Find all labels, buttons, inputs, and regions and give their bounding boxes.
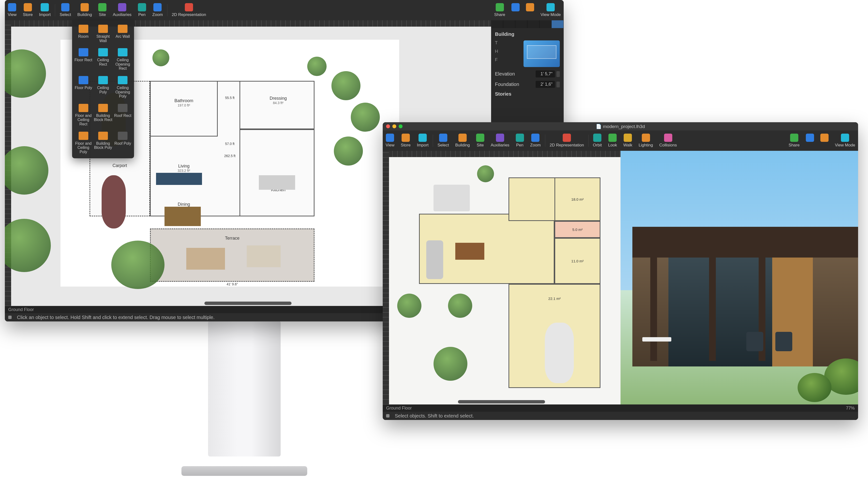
app-window-secondary: 📄 modern_project.lh3d ViewStoreImport Se…	[383, 122, 858, 420]
vertical-ruler	[383, 151, 389, 404]
status-text: Select objects. Shift to extend select.	[395, 413, 474, 419]
tool-floor-rect[interactable]: Floor Rect	[74, 48, 93, 71]
w2-walk-button[interactable]: Walk	[623, 134, 632, 148]
tool-floor-poly[interactable]: Floor Poly	[74, 76, 93, 99]
3d-view-pane[interactable]	[621, 151, 858, 404]
w2-building-button[interactable]: Building	[455, 134, 470, 148]
tool-ceiling-opening-poly[interactable]: Ceiling Opening Poly	[113, 76, 132, 99]
w1-import-button[interactable]: Import	[39, 3, 51, 17]
foundation-stepper[interactable]	[556, 82, 560, 88]
w1-view-mode-button[interactable]: View Mode	[540, 3, 561, 17]
cursor-icon	[8, 316, 12, 319]
tool-floor-and-ceiling-poly[interactable]: Floor and Ceiling Poly	[74, 132, 93, 154]
w1-select-button[interactable]: Select	[60, 3, 71, 17]
w1-item-1-button[interactable]	[512, 3, 520, 17]
w1-share-button[interactable]: Share	[494, 3, 505, 17]
w1-store-button[interactable]: Store	[23, 3, 33, 17]
building-tools-popover: RoomStraight WallArc WallFloor RectCeili…	[72, 20, 134, 158]
w2-view-mode-button[interactable]: View Mode	[835, 134, 855, 148]
2d-representation-button[interactable]: 2D Representation	[550, 134, 584, 148]
w1-item-2-button[interactable]	[526, 3, 534, 17]
document-title: modern_project.lh3d	[603, 124, 645, 129]
w1-auxiliaries-button[interactable]: Auxiliaries	[113, 3, 131, 17]
w2-look-button[interactable]: Look	[608, 134, 617, 148]
elevation-label: Elevation	[495, 71, 515, 77]
cursor-icon	[386, 414, 390, 418]
w2-collisions-button[interactable]: Collisions	[659, 134, 677, 148]
w1-site-button[interactable]: Site	[98, 3, 106, 17]
w2-item-2-button[interactable]	[820, 134, 829, 148]
status-text: Click an object to select. Hold Shift an…	[17, 315, 215, 320]
tool-arc-wall[interactable]: Arc Wall	[113, 25, 132, 43]
rendered-house	[632, 227, 858, 366]
window-controls[interactable]	[386, 124, 403, 128]
tool-straight-wall[interactable]: Straight Wall	[94, 25, 112, 43]
zoom-icon[interactable]	[399, 124, 403, 128]
tool-room[interactable]: Room	[74, 25, 93, 43]
minimize-icon[interactable]	[392, 124, 396, 128]
elevation-value[interactable]: 1' 5,7"	[536, 70, 555, 78]
secondary-toolbar: ViewStoreImport SelectBuildingSiteAuxili…	[383, 131, 858, 151]
stories-section[interactable]: Stories	[495, 91, 560, 97]
w2-store-button[interactable]: Store	[401, 134, 411, 148]
status-bar: Select objects. Shift to extend select.	[383, 412, 858, 420]
monitor-stand	[198, 321, 290, 476]
tool-building-block-poly[interactable]: Building Block Poly	[94, 132, 112, 154]
tool-ceiling-opening-rect[interactable]: Ceiling Opening Rect	[113, 48, 132, 71]
inspector-title: Building	[495, 31, 560, 37]
w1-building-button[interactable]: Building	[78, 3, 92, 17]
w2-share-button[interactable]: Share	[789, 134, 799, 148]
w2-import-button[interactable]: Import	[417, 134, 428, 148]
tool-ceiling-poly[interactable]: Ceiling Poly	[94, 76, 112, 99]
w2-site-button[interactable]: Site	[476, 134, 484, 148]
tool-roof-rect[interactable]: Roof Rect	[113, 104, 132, 126]
w2-auxiliaries-button[interactable]: Auxiliaries	[490, 134, 509, 148]
building-3d-thumb[interactable]	[524, 40, 560, 67]
foundation-value[interactable]: 2' 1,6"	[536, 81, 555, 88]
w1-view-button[interactable]: View	[8, 3, 17, 17]
w2-select-button[interactable]: Select	[437, 134, 449, 148]
w2-view-button[interactable]: View	[386, 134, 395, 148]
tool-ceiling-rect[interactable]: Ceiling Rect	[94, 48, 112, 71]
w2-zoom-button[interactable]: Zoom	[530, 134, 541, 148]
w2-orbit-button[interactable]: Orbit	[593, 134, 602, 148]
w2-lighting-button[interactable]: Lighting	[639, 134, 653, 148]
horizontal-ruler	[383, 151, 621, 157]
elevation-stepper[interactable]	[556, 71, 560, 77]
2d-representation-button[interactable]: 2D Representation	[172, 3, 206, 17]
zoom-level[interactable]: 77%	[846, 406, 855, 411]
canvas-scrollbar[interactable]	[458, 400, 545, 403]
w2-item-1-button[interactable]	[806, 134, 814, 148]
w2-pen-button[interactable]: Pen	[516, 134, 524, 148]
w1-zoom-button[interactable]: Zoom	[152, 3, 163, 17]
tool-building-block-rect[interactable]: Building Block Rect	[94, 104, 112, 126]
tool-roof-poly[interactable]: Roof Poly	[113, 132, 132, 154]
2d-plan-pane[interactable]: 18.0 m² 5.0 m² 11.0 m² 22.1 m²	[383, 151, 621, 404]
close-icon[interactable]	[386, 124, 390, 128]
inspector-tabs[interactable]	[491, 20, 564, 28]
foundation-label: Foundation	[495, 82, 519, 87]
canvas-scrollbar[interactable]	[204, 301, 291, 305]
tool-floor-and-ceiling-rect[interactable]: Floor and Ceiling Rect	[74, 104, 93, 126]
w1-pen-button[interactable]: Pen	[138, 3, 146, 17]
window-titlebar[interactable]: 📄 modern_project.lh3d	[383, 122, 858, 131]
main-toolbar: ViewStoreImport SelectBuildingSiteAuxili…	[5, 0, 564, 20]
floor-selector[interactable]: Ground Floor 77%	[383, 404, 858, 412]
